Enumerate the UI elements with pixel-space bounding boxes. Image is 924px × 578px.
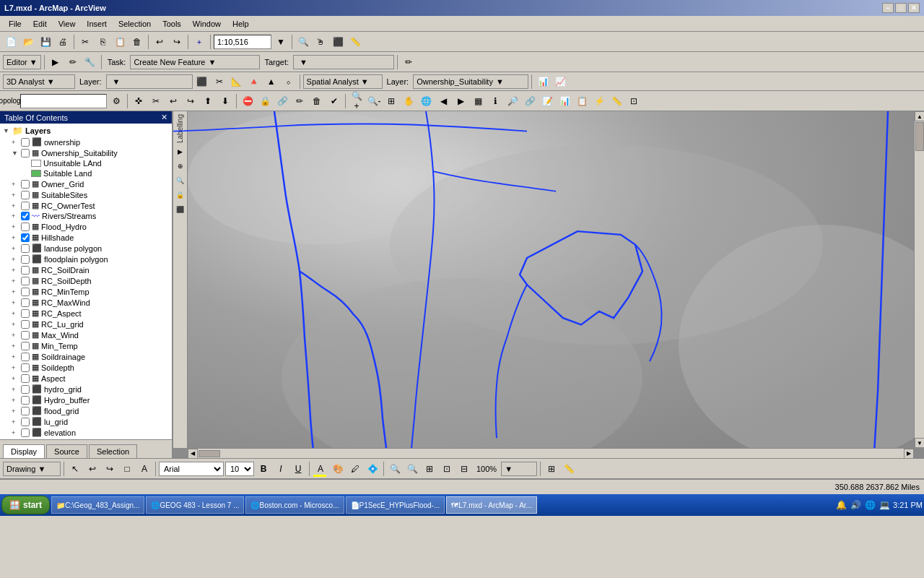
redo-button[interactable]: ↪ — [169, 34, 185, 50]
layer-item-owner-grid[interactable]: + ▦ Owner_Grid — [1, 178, 170, 189]
analyst-btn-1[interactable]: ⬛ — [194, 74, 210, 90]
start-button[interactable]: 🪟 start — [1, 496, 50, 514]
cb-rc-maxwind[interactable] — [21, 298, 30, 307]
edit-tool-3[interactable]: 🔧 — [82, 54, 98, 70]
scroll-up-arrow[interactable]: ▲ — [915, 111, 924, 121]
cb-rc-mintemp[interactable] — [21, 288, 30, 296]
expand-soildepth[interactable]: + — [12, 364, 19, 371]
layer-item-rc-lu-grid[interactable]: + ▦ RC_Lu_grid — [1, 319, 170, 329]
layer-item-ownership-suitability[interactable]: ▼ ▦ Ownership_Suitability — [1, 147, 170, 158]
zoom-map-btn-2[interactable]: 🔍 — [404, 461, 420, 477]
expand-hydro-grid[interactable]: + — [12, 386, 19, 393]
cb-soildrainage[interactable] — [21, 353, 30, 361]
nav-zoom-in[interactable]: 🔍+ — [349, 93, 365, 109]
minimize-button[interactable]: − — [882, 3, 894, 13]
nav-globe[interactable]: 🌐 — [418, 93, 434, 109]
edit-tool-1[interactable]: ▶ — [48, 54, 64, 70]
expand-elevation[interactable]: + — [12, 429, 19, 436]
bold-button[interactable]: B — [256, 461, 271, 477]
cb-aspect[interactable] — [21, 374, 30, 383]
zoom-map-btn-1[interactable]: 🔍 — [387, 461, 403, 477]
menu-view[interactable]: View — [53, 18, 82, 30]
nav-btn-8[interactable]: 🔒 — [257, 93, 273, 109]
shadow-btn[interactable]: 💠 — [365, 461, 380, 477]
cb-rc-soildepth[interactable] — [21, 277, 30, 285]
cb-soildepth[interactable] — [21, 363, 30, 372]
sp-btn-2[interactable]: 📈 — [552, 74, 568, 90]
copy-button[interactable]: ⎘ — [95, 34, 110, 50]
taskbar-btn-p1sec[interactable]: 📄 P1SecE_HYPlusFlood-... — [346, 496, 445, 514]
expand-rc-maxwind[interactable]: + — [12, 299, 19, 306]
layer-item-ownership[interactable]: + ⬛ ownership — [1, 137, 170, 147]
layers-group-header[interactable]: ▼ 📁 Layers — [1, 125, 170, 137]
layer-item-hydro-grid[interactable]: + ⬛ hydro_grid — [1, 384, 170, 394]
nav-pan[interactable]: ✋ — [401, 93, 417, 109]
analyst-btn-4[interactable]: 🔺 — [246, 74, 262, 90]
cb-hydro-grid[interactable] — [21, 385, 30, 394]
sketch-tool[interactable]: ✏ — [401, 54, 417, 70]
add-data-button[interactable]: + — [191, 34, 207, 50]
sp-btn-1[interactable]: 📊 — [535, 74, 551, 90]
delete-button[interactable]: 🗑 — [129, 34, 145, 50]
nav-btn-6[interactable]: ⬇ — [217, 93, 233, 109]
font-size-select[interactable]: 10 — [225, 462, 254, 476]
map-scrollbar-horizontal[interactable]: ◀ ▶ — [188, 448, 914, 458]
scroll-down-arrow[interactable]: ▼ — [915, 438, 924, 448]
cb-suitable-sites[interactable] — [21, 191, 30, 199]
font-color-btn[interactable]: A — [313, 461, 328, 477]
nav-zoom-out[interactable]: 🔍- — [366, 93, 382, 109]
cb-suitability[interactable] — [21, 149, 30, 158]
layer-dropdown-1[interactable]: ▼ — [106, 74, 193, 89]
expand-lu-grid[interactable]: + — [12, 418, 19, 426]
nav-btn-11[interactable]: 🗑 — [309, 93, 325, 109]
scale-dropdown[interactable]: ▼ — [273, 34, 289, 50]
layer-item-soildepth[interactable]: + ▦ Soildepth — [1, 362, 170, 373]
line-color-btn[interactable]: 🖊 — [347, 461, 363, 477]
panel-close-button[interactable]: ✕ — [161, 113, 167, 122]
expand-aspect[interactable]: + — [12, 375, 19, 382]
draw-text-tool[interactable]: A — [136, 461, 152, 477]
layer-item-rc-maxwind[interactable]: + ▦ RC_MaxWind — [1, 297, 170, 308]
cb-flood-grid[interactable] — [21, 407, 30, 415]
nav-identify[interactable]: ℹ — [487, 93, 503, 109]
target-dropdown[interactable]: ▼ — [293, 55, 394, 69]
spatial-dropdown[interactable]: Spatial Analyst ▼ — [303, 74, 383, 89]
expand-rc-lu-grid[interactable]: + — [12, 321, 19, 328]
menu-insert[interactable]: Insert — [81, 18, 113, 30]
map-scrollbar-vertical[interactable]: ▲ ▼ — [914, 111, 924, 448]
nav-forward[interactable]: ▶ — [453, 93, 468, 109]
taskbar-btn-arcmap[interactable]: 🗺 L7.mxd - ArcMap - Ar... — [446, 496, 537, 514]
scroll-thumb-h[interactable] — [199, 450, 220, 457]
layer-item-rc-soildepth[interactable]: + ▦ RC_SoilDepth — [1, 275, 170, 286]
draw-rectangle[interactable]: □ — [119, 461, 135, 477]
taskbar-btn-boston[interactable]: 🌐 Boston.com - Microsco... — [245, 496, 344, 514]
maximize-button[interactable]: □ — [895, 3, 907, 13]
nav-back[interactable]: ◀ — [435, 93, 451, 109]
scroll-left-arrow[interactable]: ◀ — [188, 449, 198, 459]
cut-button[interactable]: ✂ — [77, 34, 93, 50]
font-name-select[interactable]: Arial — [159, 462, 224, 476]
cb-rc-lu-grid[interactable] — [21, 320, 30, 329]
taskbar-btn-folder[interactable]: 📁 C:\Geog_483_Assign... — [51, 496, 144, 514]
taskbar-btn-geog[interactable]: 🌐 GEOG 483 - Lesson 7 ... — [146, 496, 244, 514]
scroll-thumb-v[interactable] — [915, 122, 924, 151]
select-features[interactable]: 🖱 — [313, 34, 328, 50]
nav-graph[interactable]: 📊 — [557, 93, 572, 109]
layer-item-hydro-buffer[interactable]: + ⬛ Hydro_buffer — [1, 394, 170, 405]
analyst-btn-3[interactable]: 📐 — [229, 74, 245, 90]
expand-max-wind[interactable]: + — [12, 332, 19, 339]
nav-btn-12[interactable]: ✔ — [326, 93, 342, 109]
layer-item-rc-ownertest[interactable]: + ▦ RC_OwnerTest — [1, 200, 170, 211]
layer-item-max-wind[interactable]: + ▦ Max_Wind — [1, 329, 170, 340]
tab-display[interactable]: Display — [3, 444, 45, 458]
layer-item-lu-grid[interactable]: + ⬛ lu_grid — [1, 416, 170, 427]
undo-button[interactable]: ↩ — [152, 34, 167, 50]
cb-min-temp[interactable] — [21, 342, 30, 350]
nav-btn-10[interactable]: ✏ — [292, 93, 308, 109]
cb-rivers-streams[interactable] — [21, 212, 30, 220]
layer-item-floodplain-polygon[interactable]: + ⬛ floodplain polygon — [1, 254, 170, 264]
cb-hydro-buffer[interactable] — [21, 396, 30, 405]
layer-item-landuse-polygon[interactable]: + ⬛ landuse polygon — [1, 243, 170, 254]
zoom-map-btn-3[interactable]: ⊞ — [422, 461, 437, 477]
analyst-btn-2[interactable]: ✂ — [212, 74, 227, 90]
